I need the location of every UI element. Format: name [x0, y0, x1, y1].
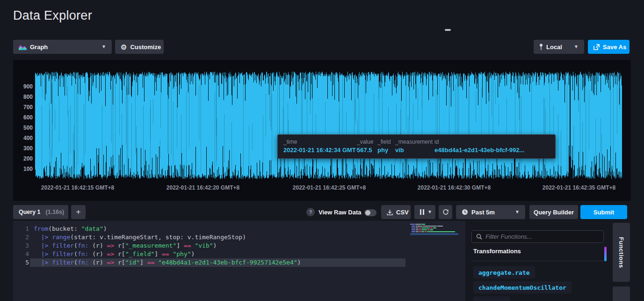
- filter-functions-searchbox[interactable]: [471, 230, 604, 243]
- csv-label: CSV: [396, 209, 409, 216]
- tooltip-header: _value: [357, 139, 377, 145]
- tooltip-value-column: _value 567.5: [357, 139, 377, 155]
- clock-icon: [462, 209, 468, 215]
- tooltip-header: id: [434, 139, 550, 145]
- local-label: Local: [546, 44, 562, 51]
- tooltip-header: _field: [377, 139, 395, 145]
- query-builder-label: Query Builder: [534, 209, 574, 216]
- y-tick-label: 400: [13, 135, 33, 141]
- line-number: 1: [13, 225, 29, 233]
- chevron-down-icon: ▼: [427, 210, 432, 214]
- write-destination-dropdown[interactable]: Local ▼: [534, 40, 584, 54]
- line-number: 2: [13, 233, 29, 242]
- code-line[interactable]: 3 |> filter(fn: (r) => r["_measurement"]…: [13, 242, 465, 250]
- export-icon: [593, 44, 600, 50]
- tooltip-value: e48bd4a1-e2d1-43eb-bfcf-992...: [434, 147, 550, 154]
- refresh-button[interactable]: [439, 205, 452, 219]
- plus-icon: +: [76, 207, 81, 217]
- tab-next-partial[interactable]: [613, 286, 630, 301]
- functions-tab-label: Functions: [618, 237, 625, 268]
- chart-canvas[interactable]: [35, 71, 622, 179]
- help-glyph: ?: [309, 209, 312, 215]
- line-number: 5: [13, 258, 29, 267]
- chevron-down-icon: ▼: [574, 44, 579, 49]
- download-icon: [387, 209, 393, 215]
- view-raw-data-label: View Raw Data: [318, 205, 362, 219]
- submit-button[interactable]: Submit: [580, 205, 627, 219]
- query-tab-name: Query 1: [19, 209, 41, 215]
- add-query-button[interactable]: +: [71, 205, 86, 219]
- line-number: 3: [13, 242, 29, 250]
- y-tick-label: 600: [13, 114, 33, 121]
- chevron-down-icon: ▼: [515, 210, 520, 214]
- filter-functions-input[interactable]: [485, 233, 599, 240]
- data-explorer-page: Data Explorer Graph ▼ ⚙ Customize Local …: [0, 0, 644, 301]
- refresh-icon: [442, 209, 449, 215]
- y-tick-label: 200: [13, 155, 33, 162]
- functions-panel: Transformations aggregate.ratechandeMome…: [471, 221, 609, 301]
- code-line[interactable]: 5 |> filter(fn: (r) => r["id"] == "e48bd…: [13, 258, 465, 267]
- view-raw-data-toggle[interactable]: [364, 209, 376, 216]
- pin-icon: [539, 44, 543, 50]
- save-as-button[interactable]: Save As: [588, 40, 630, 54]
- view-type-dropdown[interactable]: Graph ▼: [13, 40, 112, 54]
- pause-icon: [420, 209, 424, 215]
- x-tick-label: 2022-01-21 16:42:35 GMT+8: [543, 184, 615, 191]
- y-tick-label: 100: [13, 166, 33, 172]
- time-range-label: Past 5m: [471, 209, 495, 216]
- plot-area[interactable]: [35, 71, 622, 179]
- page-title: Data Explorer: [13, 8, 92, 23]
- customize-label: Customize: [130, 44, 161, 51]
- tooltip-value: 2022-01-21 16:42:34 GMT+8: [283, 147, 357, 154]
- y-tick-label: 500: [13, 125, 33, 131]
- csv-download-button[interactable]: CSV: [381, 205, 411, 219]
- submit-label: Submit: [593, 209, 614, 216]
- x-tick-label: 2022-01-21 16:42:20 GMT+8: [166, 184, 239, 191]
- query-duration: (1.16s): [46, 209, 65, 215]
- tooltip-time-column: _time 2022-01-21 16:42:34 GMT+8: [283, 139, 357, 155]
- tooltip-measurement-column: _measurement vib: [395, 139, 434, 155]
- y-tick-label: 900: [13, 83, 33, 90]
- x-tick-label: 2022-01-21 16:42:30 GMT+8: [418, 184, 491, 191]
- code-line[interactable]: 2 |> range(start: v.timeRangeStart, stop…: [13, 233, 465, 242]
- function-pill[interactable]: chandeMomentumOscillator: [473, 281, 572, 294]
- y-tick-label: 800: [13, 94, 33, 100]
- view-type-label: Graph: [30, 44, 48, 51]
- hover-tooltip: _time 2022-01-21 16:42:34 GMT+8 _value 5…: [277, 134, 556, 159]
- functions-scrollbar[interactable]: [604, 247, 607, 261]
- save-as-label: Save As: [603, 44, 626, 51]
- tooltip-header: _time: [283, 139, 357, 145]
- panel-resize-handle[interactable]: [445, 29, 451, 31]
- x-tick-label: 2022-01-21 16:42:25 GMT+8: [293, 184, 366, 191]
- function-pill[interactable]: aggregate.rate: [473, 266, 535, 279]
- toggle-knob: [365, 210, 370, 215]
- y-tick-label: 300: [13, 145, 33, 152]
- customize-button[interactable]: ⚙ Customize: [115, 40, 164, 54]
- time-range-dropdown[interactable]: Past 5m ▼: [456, 205, 525, 219]
- tooltip-value: vib: [395, 147, 434, 154]
- line-number: 4: [13, 250, 29, 258]
- x-tick-label: 2022-01-21 16:42:15 GMT+8: [41, 184, 114, 191]
- transformations-section-title: Transformations: [473, 248, 521, 255]
- query-builder-button[interactable]: Query Builder: [529, 205, 578, 219]
- chart-panel: 900800700600500400300200100 2022-01-21 1…: [13, 60, 631, 201]
- code-line[interactable]: 1from(bucket: "data"): [13, 225, 465, 233]
- query-tab[interactable]: Query 1 (1.16s): [13, 205, 68, 219]
- tab-functions[interactable]: Functions: [613, 223, 630, 282]
- pause-button[interactable]: ▼: [414, 205, 435, 219]
- area-graph-icon: [19, 44, 27, 50]
- chevron-down-icon: ▼: [101, 44, 106, 49]
- tooltip-value: 567.5: [357, 147, 377, 154]
- question-circle-icon[interactable]: ?: [306, 208, 315, 216]
- editor-minimap[interactable]: [410, 224, 465, 257]
- y-tick-label: 700: [13, 104, 33, 110]
- tooltip-header: _measurement: [395, 139, 434, 145]
- flux-script-editor[interactable]: 1from(bucket: "data")2 |> range(start: v…: [13, 221, 465, 301]
- code-lines: 1from(bucket: "data")2 |> range(start: v…: [13, 225, 465, 267]
- code-line[interactable]: 4 |> filter(fn: (r) => r["_field"] == "p…: [13, 250, 465, 258]
- section-divider: [471, 261, 604, 261]
- tooltip-id-column: id e48bd4a1-e2d1-43eb-bfcf-992...: [434, 139, 550, 155]
- function-pill[interactable]: [473, 296, 510, 301]
- tooltip-value: phy: [377, 147, 395, 154]
- tooltip-field-column: _field phy: [377, 139, 395, 155]
